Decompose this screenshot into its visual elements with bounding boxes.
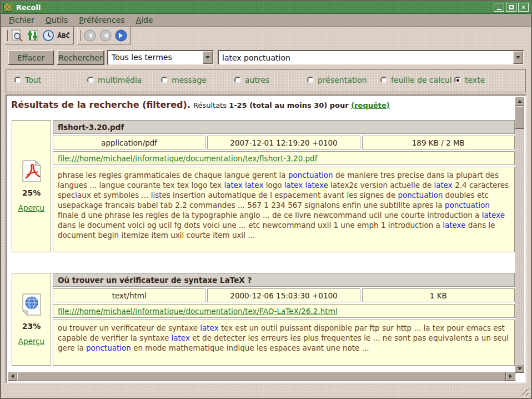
- result-2-title: Où trouver un vérificateur de syntaxe La…: [53, 273, 515, 287]
- result-1-url-link[interactable]: file:///home/michael/informatique/docume…: [58, 154, 317, 163]
- document-preview-button[interactable]: [9, 28, 24, 43]
- filter-label: présentation: [318, 76, 367, 84]
- filter-radio-feuille-de-calcul[interactable]: feuille de calcul: [380, 76, 452, 84]
- minimize-button[interactable]: [494, 3, 504, 12]
- filter-radio-tout[interactable]: Tout: [14, 76, 41, 84]
- window-controls: ✕: [494, 3, 529, 12]
- preview-link[interactable]: Aperçu: [18, 337, 44, 346]
- result-2-date: 2000-12-06 15:03:30 +0100: [207, 288, 360, 302]
- radio-icon: [161, 77, 168, 83]
- title-bar: Recoll ✕: [1, 1, 531, 14]
- arrow-up-icon: [518, 100, 522, 103]
- search-history-dropdown-button[interactable]: [513, 51, 523, 64]
- app-icon: [3, 3, 12, 12]
- arrow-left-icon: [11, 374, 14, 378]
- clear-button[interactable]: Effacer: [8, 50, 54, 65]
- menu-outils[interactable]: Outils: [40, 14, 73, 26]
- result-1-snippet: phrase les regles grammaticales de chaqu…: [53, 167, 515, 252]
- arrow-down-icon: [518, 367, 522, 370]
- radio-icon: [234, 77, 241, 83]
- toolbar-handle[interactable]: [79, 30, 81, 41]
- chevron-down-icon: [516, 56, 520, 59]
- search-query-combobox[interactable]: [218, 50, 524, 65]
- menu-preferences[interactable]: Préférences: [73, 14, 130, 26]
- scroll-right-button[interactable]: [506, 372, 515, 381]
- result-item-2: 23% Aperçu Où trouver un vérificateur de…: [12, 273, 515, 366]
- vertical-scrollbar[interactable]: [515, 97, 524, 373]
- result-1-url-row: file:///home/michael/informatique/docume…: [53, 151, 515, 165]
- horizontal-scrollbar[interactable]: [8, 372, 515, 381]
- results-heading: Résultats de la recherche (filtered). Ré…: [11, 99, 390, 110]
- search-button[interactable]: Rechercher: [57, 50, 104, 65]
- filter-label: Tout: [25, 76, 41, 84]
- filter-radio-presentation[interactable]: présentation: [307, 76, 367, 84]
- result-item-1: 25% Aperçu flshort-3.20.pdf application/…: [12, 120, 515, 252]
- result-2-url-row: file:///home/michael/informatique/docume…: [53, 304, 515, 318]
- toolbar-handle[interactable]: [7, 30, 8, 41]
- pdf-document-icon: [22, 160, 42, 182]
- relevance-percent: 25%: [22, 188, 41, 197]
- radio-icon: [87, 77, 94, 83]
- result-1-mime: application/pdf: [53, 136, 205, 149]
- relevance-percent: 23%: [22, 322, 41, 331]
- next-page-icon: [114, 29, 128, 42]
- search-mode-value: Tous les termes: [108, 51, 203, 64]
- maximize-icon: [509, 5, 514, 9]
- sort-by-date-button[interactable]: [41, 28, 56, 43]
- close-icon: ✕: [521, 4, 526, 11]
- scroll-left-button[interactable]: [8, 372, 17, 381]
- results-title: Résultats de la recherche (filtered).: [11, 99, 190, 110]
- chevron-down-icon: [205, 56, 210, 59]
- radio-icon: [14, 77, 21, 83]
- vertical-scrollbar-thumb[interactable]: [515, 106, 524, 129]
- first-page-button[interactable]: [82, 28, 97, 43]
- update-index-button[interactable]: [25, 28, 40, 43]
- recoll-window: Recoll ✕ Fichier Outils Préférences Aide: [0, 0, 532, 399]
- filter-radio-autres[interactable]: autres: [234, 76, 269, 84]
- term-explorer-icon: ÂBĈ: [57, 33, 70, 39]
- result-2-meta-row: text/html 2000-12-06 15:03:30 +0100 1 KB: [53, 288, 515, 302]
- query-link[interactable]: (requête): [351, 101, 390, 109]
- previous-page-icon: [99, 29, 112, 42]
- filter-label: autres: [245, 76, 269, 84]
- next-page-button[interactable]: [113, 28, 128, 43]
- result-2-url-link[interactable]: file:///home/michael/informatique/docume…: [58, 307, 337, 316]
- scroll-down-button[interactable]: [515, 364, 524, 373]
- menu-aide[interactable]: Aide: [131, 14, 159, 26]
- result-1-date: 2007-12-01 12:19:20 +0100: [207, 136, 360, 149]
- menu-fichier[interactable]: Fichier: [3, 14, 40, 26]
- category-filter-frame: Tout multimédia message autres présentat…: [6, 69, 526, 93]
- toolbar-group-navigation: [77, 27, 131, 44]
- menu-bar: Fichier Outils Préférences Aide: [1, 14, 531, 27]
- filter-radio-texte[interactable]: texte: [454, 76, 485, 84]
- html-document-icon: [22, 293, 42, 316]
- close-button[interactable]: ✕: [518, 3, 529, 12]
- horizontal-scrollbar-thumb[interactable]: [17, 372, 506, 381]
- filter-radio-message[interactable]: message: [161, 76, 207, 84]
- result-1-side-panel: 25% Aperçu: [12, 120, 51, 252]
- filter-label: message: [172, 76, 207, 84]
- first-page-icon: [83, 29, 97, 42]
- previous-page-button[interactable]: [98, 28, 113, 43]
- sort-by-date-icon: [42, 29, 55, 42]
- minimize-icon: [497, 9, 501, 10]
- maximize-button[interactable]: [506, 3, 516, 12]
- window-title: Recoll: [16, 3, 41, 12]
- search-input[interactable]: [219, 51, 513, 64]
- result-2-side-panel: 23% Aperçu: [12, 273, 51, 366]
- preview-link[interactable]: Aperçu: [18, 203, 44, 212]
- document-preview-icon: [11, 29, 24, 42]
- term-explorer-button[interactable]: ÂBĈ: [56, 28, 71, 43]
- radio-icon: [380, 77, 387, 83]
- radio-icon: [454, 77, 461, 83]
- scroll-up-button[interactable]: [515, 97, 524, 106]
- update-index-icon: [26, 29, 39, 42]
- search-mode-select[interactable]: Tous les termes: [107, 50, 214, 65]
- resize-grip[interactable]: [520, 387, 529, 396]
- radio-icon: [307, 77, 314, 83]
- arrow-right-icon: [509, 374, 512, 378]
- results-summary-prefix: Résultats: [193, 101, 229, 109]
- filter-radio-multimedia[interactable]: multimédia: [87, 76, 142, 84]
- search-mode-dropdown-button[interactable]: [203, 51, 213, 64]
- toolbar-group-tools: ÂBĈ: [4, 27, 74, 44]
